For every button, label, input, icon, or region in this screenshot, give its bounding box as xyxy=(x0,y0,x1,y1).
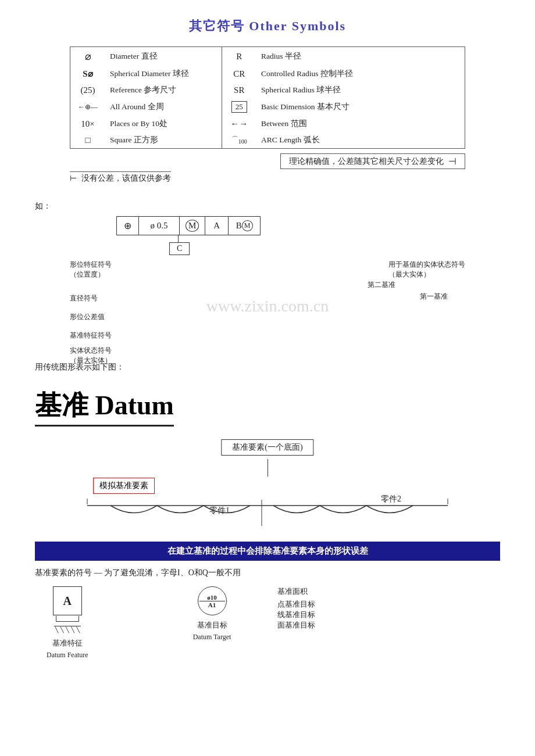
datum-symbols-row: A 基准特征 Datum Feature ø10 A1 基准目标 Dat xyxy=(35,586,500,660)
datum-line-target: 线基准目标 xyxy=(277,610,315,620)
notes-area: 理论精确值，公差随其它相关尺寸公差变化 ⊣ ⊢ 没有公差，该值仅供参考 xyxy=(70,149,465,184)
datum-banner: 在建立基准的过程中会排除基准要素本身的形状误差 xyxy=(35,542,500,561)
datum-right-notes: 基准面积 点基准目标 线基准目标 面基准目标 xyxy=(277,586,315,630)
datum-target-item: ø10 A1 基准目标 Datum Target xyxy=(193,586,231,642)
datum-feature-sub: Datum Feature xyxy=(47,651,88,660)
fcf-cell-3: M xyxy=(180,217,205,235)
label-basic: Basic Dimension 基本尺寸 xyxy=(256,98,465,116)
label-ref: Reference 参考尺寸 xyxy=(105,82,222,98)
sym-arc: ⌒100 xyxy=(222,132,256,148)
datum-diagram: 基准要素(一个底面) 模拟基准要素 零件1 零件2 xyxy=(76,436,459,535)
fcf-cell-1: ⊕ xyxy=(117,217,139,235)
label-material-cond2: 用于基值的实体状态符号（最大实体） xyxy=(388,260,465,280)
label-so: Spherical Diameter 球径 xyxy=(105,66,222,82)
fcf-cell-2: ø 0.5 xyxy=(139,217,180,235)
datum-feature-box: A xyxy=(53,586,82,615)
watermark: www.zixin.com.cn xyxy=(206,297,329,316)
datum-target-label: 基准目标 xyxy=(197,620,227,630)
label-diameter-sym: 直径符号 xyxy=(70,293,98,303)
sym-places: 10× xyxy=(70,116,105,132)
label-feature-char: 形位特征符号（位置度） xyxy=(70,260,112,280)
note-basic-box: 理论精确值，公差随其它相关尺寸公差变化 ⊣ xyxy=(280,153,465,169)
label-cr: Controlled Radius 控制半径 xyxy=(256,66,465,82)
sym-so: S⌀ xyxy=(70,66,105,82)
datum-feature-label: 基准特征 xyxy=(52,638,83,648)
datum-arrow-down xyxy=(268,459,268,476)
sym-ref: (25) xyxy=(70,82,105,98)
fcf-cell-4: A xyxy=(205,217,229,235)
datum-symbols-note: 基准要素的符号 — 为了避免混淆，字母I、O和Q一般不用 xyxy=(35,568,500,578)
datum-target-sub: Datum Target xyxy=(193,633,231,642)
datum-title: 基准 Datum xyxy=(35,388,174,427)
label-places: Places or By 10处 xyxy=(105,116,222,132)
label-tolerance: 形位公差值 xyxy=(70,312,105,322)
label-datum2: 第二基准 xyxy=(368,280,395,290)
label-datum-char: 基准特征符号 xyxy=(70,331,112,341)
left-bar-icon: ⊢ xyxy=(70,174,77,182)
label-between: Between 范围 xyxy=(256,116,465,132)
note-ref-box: ⊢ 没有公差，该值仅供参考 xyxy=(70,171,171,184)
svg-line-6 xyxy=(66,626,69,633)
sym-sr: SR xyxy=(222,82,256,98)
svg-line-8 xyxy=(76,626,80,633)
svg-line-4 xyxy=(55,626,59,633)
symbols-table: ⌀ Diameter 直径 R Radius 半径 S⌀ Spherical D… xyxy=(70,47,465,148)
sym-diameter: ⌀ xyxy=(70,47,105,66)
datum-element-label: 基准要素(一个底面) xyxy=(221,439,313,456)
sym-between: ←→ xyxy=(222,116,256,132)
section-example-label: 如： xyxy=(35,201,500,212)
datum-target-circle: ø10 A1 xyxy=(198,586,227,615)
label-sr: Spherical Radius 球半径 xyxy=(256,82,465,98)
sym-cr: CR xyxy=(222,66,256,82)
fcf-cell-5: BM xyxy=(229,217,260,235)
datum-feature-item: A 基准特征 Datum Feature xyxy=(47,586,88,660)
note-ref-text: 没有公差，该值仅供参考 xyxy=(81,174,171,182)
right-arrow-icon: ⊣ xyxy=(448,156,456,167)
fcf-box: ⊕ ø 0.5 M A BM xyxy=(116,216,261,235)
note-basic-text: 理论精确值，公差随其它相关尺寸公差变化 xyxy=(289,156,444,167)
fcf-labels-area: 形位特征符号（位置度） 直径符号 形位公差值 基准特征符号 实体状态符号（最大实… xyxy=(70,260,465,353)
label-diameter: Diameter 直径 xyxy=(105,47,222,66)
sym-basic: 25 xyxy=(222,98,256,116)
page-title: 其它符号 Other Symbols xyxy=(35,17,500,35)
simulated-datum-label: 模拟基准要素 xyxy=(93,478,155,494)
surface-svg xyxy=(76,488,459,529)
svg-line-5 xyxy=(60,626,64,633)
fcf-down-arrow-indicator: ▼ xyxy=(179,243,465,254)
label-allaround: All Around 全周 xyxy=(105,98,222,116)
datum-surface-target: 面基准目标 xyxy=(277,620,315,630)
fcf-diagram-area: ⊕ ø 0.5 M A BM C ▼ 形位特征符号（位置度） 直径符号 形位公差… xyxy=(70,216,465,353)
label-square: Square 正方形 xyxy=(105,132,222,148)
label-radius: Radius 半径 xyxy=(256,47,465,66)
sym-square: □ xyxy=(70,132,105,148)
sym-r: R xyxy=(222,47,256,66)
label-material-cond: 实体状态符号（最大实体） xyxy=(70,346,112,366)
datum-area-label: 基准面积 xyxy=(277,586,315,597)
datum-point-target: 点基准目标 xyxy=(277,599,315,610)
label-datum1: 第一基准 xyxy=(420,292,448,302)
sym-allaround: ←⊕— xyxy=(70,98,105,116)
label-arc: ARC Length 弧长 xyxy=(256,132,465,148)
symbols-table-wrapper: ⌀ Diameter 直径 R Radius 半径 S⌀ Spherical D… xyxy=(70,46,465,149)
svg-line-7 xyxy=(71,626,74,633)
